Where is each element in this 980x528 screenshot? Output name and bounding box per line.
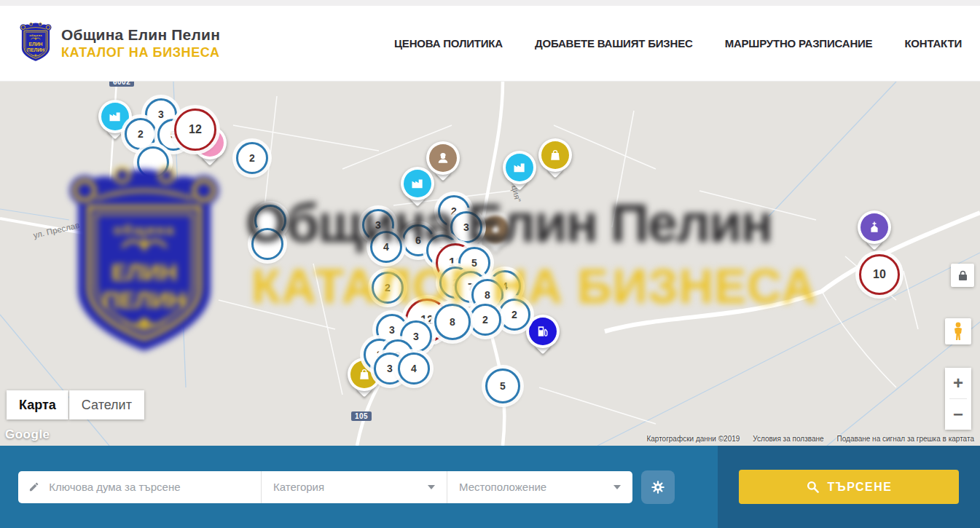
advanced-settings-button[interactable] (641, 470, 675, 504)
search-submit-label: ТЪРСЕНЕ (828, 481, 893, 494)
attribution-map-data: Картографски данни ©2019 (646, 435, 740, 443)
bag-icon (548, 148, 562, 162)
attribution-terms-link[interactable]: Условия за ползване (753, 435, 823, 443)
svg-text:ЕЛИН: ЕЛИН (28, 42, 42, 47)
map-attribution: Картографски данни ©2019 Условия за полз… (646, 435, 974, 443)
road-shield: 6002 (109, 82, 134, 87)
map-type-satellite-button[interactable]: Сателит (69, 390, 144, 419)
zoom-out-button[interactable]: − (945, 399, 971, 430)
zoom-control: + − (945, 368, 971, 430)
map-cluster-marker[interactable] (251, 228, 283, 260)
map-type-map-button[interactable]: Карта (7, 390, 68, 419)
google-logo: Google (5, 427, 50, 442)
chevron-down-icon (614, 485, 621, 489)
location-select-value: Местоположение (459, 481, 546, 493)
map-cluster-marker[interactable]: 2 (498, 299, 530, 331)
keyword-input[interactable] (47, 480, 251, 494)
factory-icon (410, 176, 425, 191)
factory-icon (108, 109, 122, 124)
markers-layer: 6002105ул. Преславбул. „Новоселция"32512… (0, 82, 980, 446)
page-top-strip (0, 0, 980, 6)
map-cluster-marker[interactable]: 12 (174, 109, 216, 151)
location-select[interactable]: Местоположение (447, 471, 632, 503)
church-icon (867, 220, 882, 235)
site-subtitle: КАТАЛОГ НА БИЗНЕСА (61, 45, 220, 60)
map-cluster-marker[interactable]: 2 (236, 142, 268, 174)
map-cluster-marker[interactable]: 10 (859, 254, 900, 295)
nav-add-your-business[interactable]: ДОБАВЕТЕ ВАШИЯТ БИЗНЕС (535, 37, 693, 50)
fuel-icon (536, 324, 550, 339)
map-cluster-marker[interactable]: 3 (450, 211, 482, 243)
street-label: ул. Преслав (32, 221, 80, 240)
map-cluster-marker[interactable]: 2 (469, 304, 501, 336)
search-bar: Категория Местоположение (0, 446, 980, 528)
main-nav: ЦЕНОВА ПОЛИТИКА ДОБАВЕТЕ ВАШИЯТ БИЗНЕС М… (394, 37, 962, 50)
search-icon (806, 480, 820, 494)
map-pin-factory[interactable] (503, 151, 536, 193)
lock-icon (958, 270, 968, 281)
map-cluster-marker[interactable]: 5 (485, 369, 520, 403)
search-fields: Категория Местоположение (18, 471, 632, 503)
search-bar-left: Категория Местоположение (0, 446, 718, 528)
nav-pricing-policy[interactable]: ЦЕНОВА ПОЛИТИКА (394, 37, 503, 50)
svg-text:община: община (29, 34, 42, 37)
nav-contacts[interactable]: КОНТАКТИ (904, 37, 962, 50)
header: община ЕЛИН ПЕЛИН Община Елин Пелин КАТА… (0, 6, 980, 82)
pegman-icon (952, 322, 965, 341)
search-submit-button[interactable]: ТЪРСЕНЕ (739, 470, 959, 504)
factory-icon (512, 160, 527, 175)
map-pin-church[interactable] (858, 210, 891, 253)
map-cluster-marker[interactable]: 8 (434, 304, 471, 340)
map-pin-factory[interactable] (401, 167, 434, 209)
road-shield: 105 (351, 411, 372, 421)
map-cluster-marker[interactable]: 2 (372, 272, 404, 304)
lock-button[interactable] (951, 264, 974, 287)
attribution-report-error-link[interactable]: Подаване на сигнал за грешка в картата (837, 435, 974, 443)
map-pin-fuel[interactable] (526, 315, 560, 357)
map-type-control: Карта Сателит (7, 390, 144, 419)
search-bar-right: ТЪРСЕНЕ (718, 446, 980, 528)
worker-icon (436, 151, 450, 165)
nav-route-schedule[interactable]: МАРШРУТНО РАЗПИСАНИЕ (725, 37, 873, 50)
site-title: Община Елин Пелин (61, 26, 220, 44)
map-cluster-marker[interactable] (137, 146, 169, 178)
keyword-field[interactable] (18, 471, 261, 503)
map-cluster-marker[interactable]: 4 (398, 352, 430, 385)
category-select[interactable]: Категория (262, 471, 447, 503)
gear-icon (650, 479, 666, 495)
flame-icon (488, 222, 503, 237)
brand-logo[interactable]: община ЕЛИН ПЕЛИН Община Елин Пелин КАТА… (18, 20, 220, 66)
street-view-pegman-button[interactable] (945, 318, 971, 344)
bag-icon (357, 367, 372, 382)
map-pin-flame[interactable] (479, 213, 512, 255)
map-cluster-marker[interactable]: 4 (370, 231, 402, 263)
category-select-value: Категория (273, 481, 324, 493)
pencil-icon (28, 481, 39, 493)
map-pin-bag[interactable] (538, 138, 572, 181)
map-cluster-marker[interactable]: 2 (125, 118, 157, 150)
svg-text:ПЕЛИН: ПЕЛИН (27, 47, 44, 52)
chevron-down-icon (428, 485, 435, 489)
map-canvas[interactable]: 6002105ул. Преславбул. „Новоселция"32512… (0, 82, 980, 446)
zoom-in-button[interactable]: + (945, 368, 971, 398)
municipality-crest-logo: община ЕЛИН ПЕЛИН (18, 20, 53, 66)
